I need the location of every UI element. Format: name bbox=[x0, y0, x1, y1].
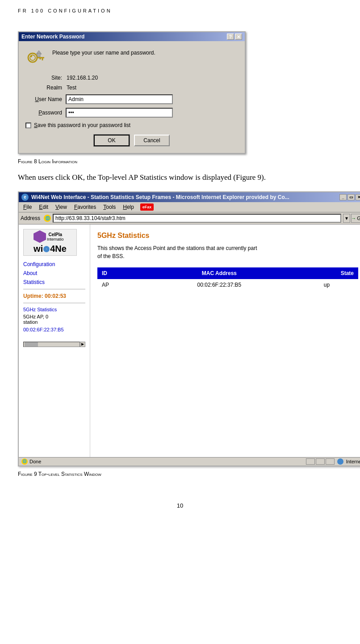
cell-id: AP bbox=[97, 279, 143, 291]
sidebar-5ghz-stat-link[interactable]: 5GHz Statistics bbox=[23, 307, 85, 312]
username-label: User Name bbox=[25, 96, 66, 102]
table-header-row: ID MAC Address State bbox=[97, 267, 358, 279]
menu-tools[interactable]: Tools bbox=[100, 203, 118, 211]
password-input[interactable] bbox=[66, 108, 173, 118]
wifi-dot-icon: · bbox=[43, 246, 50, 252]
sidebar-about-link[interactable]: About bbox=[23, 270, 85, 276]
efax-icon: eFax bbox=[140, 203, 154, 211]
dialog-body: Please type your user name and password.… bbox=[19, 41, 245, 153]
sidebar-uptime: Uptime: 00:02:53 bbox=[23, 293, 85, 299]
status-box-3 bbox=[326, 458, 335, 465]
logo-top: CelPla Internatio bbox=[33, 230, 67, 243]
menu-help[interactable]: Help bbox=[120, 203, 137, 211]
site-row: Site: 192.168.1.20 bbox=[25, 75, 238, 81]
ie-toolbar: Address 🌐 http://63.98.33.104/stafr3.htm… bbox=[19, 212, 360, 225]
logo-wi4ne: wi · 4Ne bbox=[33, 244, 67, 254]
sidebar-statistics-link[interactable]: Statistics bbox=[23, 279, 85, 285]
status-box-1 bbox=[306, 458, 315, 465]
sidebar-mac-link[interactable]: 00:02:6F:22:37:B5 bbox=[23, 327, 64, 332]
menu-file[interactable]: File bbox=[21, 203, 34, 211]
save-password-row: Save this password in your password list bbox=[25, 122, 238, 128]
ok-button[interactable]: OK bbox=[94, 135, 130, 146]
sidebar-logo: CelPla Internatio wi · 4Ne bbox=[23, 229, 77, 256]
go-label: Go bbox=[357, 216, 360, 221]
dialog-title: Enter Network Password bbox=[21, 34, 84, 40]
sidebar-divider-1 bbox=[23, 289, 85, 289]
username-input[interactable] bbox=[66, 94, 173, 104]
menu-favorites[interactable]: Favorites bbox=[71, 203, 99, 211]
col-mac: MAC Address bbox=[143, 267, 295, 279]
sidebar-5ghz-ap-info: 5GHz AP, 0station bbox=[23, 314, 85, 325]
go-arrow-icon: → bbox=[351, 216, 356, 221]
ie-statusbar: 🌐 Done Internet bbox=[19, 457, 360, 466]
status-left: 🌐 Done bbox=[21, 458, 41, 465]
main-description: This shows the Access Point and the stat… bbox=[97, 244, 358, 260]
password-row: Password bbox=[25, 108, 238, 118]
scrollbar-thumb[interactable] bbox=[25, 342, 38, 347]
celplanet-icon bbox=[33, 230, 46, 243]
cancel-button[interactable]: Cancel bbox=[134, 135, 170, 146]
figure9-caption-text: Figure 9 Top-level Statistics Window bbox=[18, 471, 101, 477]
username-row: User Name bbox=[25, 94, 238, 104]
status-done: Done bbox=[29, 459, 41, 464]
ie-restore-btn[interactable]: ▭ bbox=[347, 194, 355, 200]
sidebar-config-link[interactable]: Configuration bbox=[23, 261, 85, 267]
menu-view[interactable]: View bbox=[53, 203, 70, 211]
svg-point-5 bbox=[28, 53, 37, 62]
table-header: ID MAC Address State bbox=[97, 267, 358, 279]
save-password-label: Save this password in your password list bbox=[34, 122, 130, 128]
address-label: Address bbox=[21, 215, 40, 221]
close-button[interactable]: ✕ bbox=[235, 34, 242, 40]
ie-content: CelPla Internatio wi · 4Ne Configuration… bbox=[19, 225, 360, 457]
svg-rect-12 bbox=[38, 53, 40, 57]
sidebar-scrollbar[interactable] bbox=[23, 342, 80, 347]
logo-block: CelPla Internatio wi · 4Ne bbox=[33, 230, 67, 254]
ie-main: 5GHz Statistics This shows the Access Po… bbox=[90, 225, 360, 457]
table-body: AP 00:02:6F:22:37:B5 up bbox=[97, 279, 358, 291]
ie-browser: e Wi4Net Web Interface - Station Statist… bbox=[18, 191, 360, 466]
logo-celpl-text: CelPla Internatio bbox=[47, 232, 64, 242]
address-url: http://63.98.33.104/stafr3.htm bbox=[55, 215, 126, 221]
ie-browser-title: Wi4Net Web Interface - Station Statistic… bbox=[31, 194, 289, 200]
page-number: 10 bbox=[177, 502, 183, 509]
page-header: FR 100 CONFIGURATION bbox=[0, 0, 360, 13]
save-password-checkbox[interactable] bbox=[25, 123, 31, 128]
realm-value: Test bbox=[66, 85, 76, 91]
status-right: Internet bbox=[306, 458, 360, 465]
col-state: State bbox=[295, 267, 358, 279]
scroll-right-btn[interactable]: ▶ bbox=[80, 342, 85, 347]
svg-point-7 bbox=[30, 55, 32, 57]
ie-sidebar: CelPla Internatio wi · 4Ne Configuration… bbox=[19, 225, 90, 457]
help-button[interactable]: ? bbox=[227, 34, 234, 40]
titlebar-buttons: ? ✕ bbox=[227, 34, 242, 40]
login-dialog: Enter Network Password ? ✕ bbox=[18, 31, 246, 154]
main-5ghz-title: 5GHz Statistics bbox=[97, 232, 358, 240]
dropdown-arrow[interactable]: ▾ bbox=[343, 214, 350, 223]
status-boxes bbox=[306, 458, 335, 465]
header-title: FR 100 CONFIGURATION bbox=[18, 8, 112, 13]
figure8-caption: Figure 8 Login Information bbox=[18, 158, 342, 165]
go-button[interactable]: → Go bbox=[351, 214, 360, 223]
status-box-2 bbox=[316, 458, 325, 465]
site-value: 192.168.1.20 bbox=[66, 75, 98, 81]
password-label: Password bbox=[25, 110, 66, 116]
dialog-titlebar: Enter Network Password ? ✕ bbox=[19, 32, 245, 41]
sidebar-divider-2 bbox=[23, 303, 85, 303]
figure9-caption: Figure 9 Top-level Statistics Window bbox=[18, 471, 342, 477]
ie-minimize-btn[interactable]: _ bbox=[339, 194, 347, 200]
sidebar-scrollbar-area: ▶ bbox=[23, 342, 85, 347]
ie-icon: e bbox=[21, 194, 29, 201]
realm-row: Realm Test bbox=[25, 85, 238, 91]
dialog-prompt: Please type your user name and password. bbox=[52, 48, 155, 56]
status-page-icon: 🌐 bbox=[21, 458, 28, 465]
ie-close-btn[interactable]: ✕ bbox=[356, 194, 360, 200]
dialog-buttons: OK Cancel bbox=[25, 135, 238, 146]
cell-state: up bbox=[295, 279, 358, 291]
realm-label: Realm bbox=[25, 85, 66, 91]
address-bar[interactable]: http://63.98.33.104/stafr3.htm bbox=[53, 214, 341, 223]
menu-edit[interactable]: Edit bbox=[36, 203, 51, 211]
body-text: When users click OK, the Top-level AP St… bbox=[18, 172, 342, 183]
ie-titlebar: e Wi4Net Web Interface - Station Statist… bbox=[19, 192, 360, 202]
key-icon bbox=[25, 48, 47, 69]
dialog-top: Please type your user name and password. bbox=[25, 48, 238, 69]
